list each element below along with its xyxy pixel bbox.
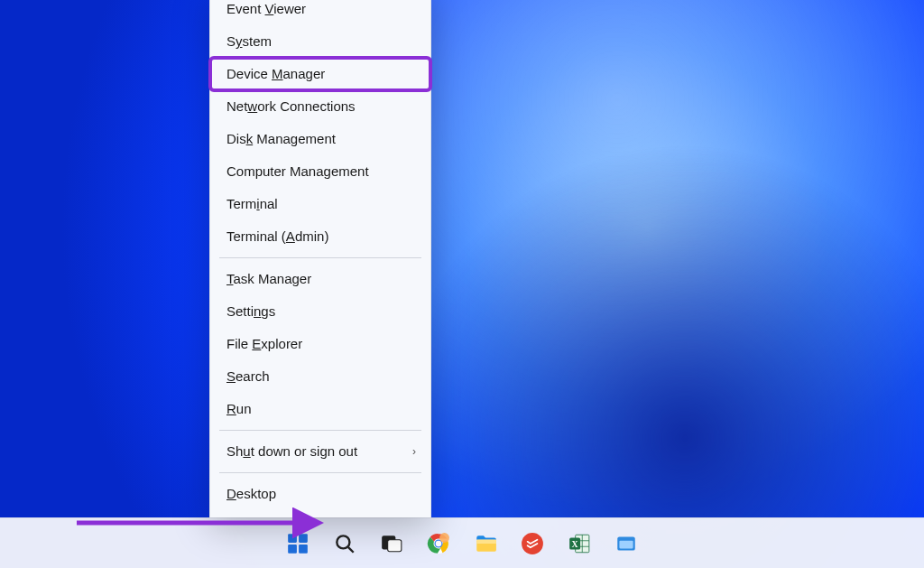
menu-item-label: Settings bbox=[226, 303, 275, 320]
winx-context-menu: Event ViewerSystemDevice ManagerNetwork … bbox=[209, 0, 431, 517]
todoist-icon[interactable] bbox=[519, 530, 546, 557]
menu-item-label: Search bbox=[226, 368, 270, 385]
svg-rect-22 bbox=[619, 540, 633, 548]
menu-item-label: Shut down or sign out bbox=[226, 443, 357, 460]
excel-icon[interactable]: X bbox=[566, 530, 593, 557]
menu-item-label: Desktop bbox=[226, 486, 276, 502]
menu-item-computer-management[interactable]: Computer Management bbox=[210, 155, 430, 188]
menu-item-label: Computer Management bbox=[226, 163, 369, 180]
menu-item-label: Event Viewer bbox=[226, 1, 306, 17]
svg-point-10 bbox=[436, 540, 442, 546]
menu-item-device-manager[interactable]: Device Manager bbox=[210, 58, 430, 90]
desktop-wallpaper bbox=[0, 0, 924, 568]
menu-item-event-viewer[interactable]: Event Viewer bbox=[210, 0, 430, 25]
menu-item-label: Device Manager bbox=[226, 66, 325, 82]
menu-item-label: Terminal bbox=[226, 196, 278, 212]
menu-item-label: Run bbox=[226, 401, 252, 417]
menu-separator bbox=[219, 430, 421, 431]
chevron-right-icon: › bbox=[412, 445, 416, 458]
menu-item-system[interactable]: System bbox=[210, 25, 430, 58]
menu-separator bbox=[219, 472, 421, 473]
menu-item-desktop[interactable]: Desktop bbox=[210, 478, 430, 510]
svg-line-5 bbox=[348, 546, 354, 552]
menu-item-terminal-admin[interactable]: Terminal (Admin) bbox=[210, 220, 430, 253]
menu-item-search[interactable]: Search bbox=[210, 360, 430, 393]
menu-item-network-connections[interactable]: Network Connections bbox=[210, 90, 430, 123]
svg-rect-2 bbox=[288, 545, 297, 554]
menu-item-label: File Explorer bbox=[226, 336, 302, 352]
menu-item-disk-management[interactable]: Disk Management bbox=[210, 123, 430, 155]
menu-item-settings[interactable]: Settings bbox=[210, 295, 430, 328]
menu-item-run[interactable]: Run bbox=[210, 393, 430, 425]
svg-point-14 bbox=[522, 533, 543, 554]
menu-item-label: System bbox=[226, 33, 272, 50]
menu-item-task-manager[interactable]: Task Manager bbox=[210, 263, 430, 295]
app-icon[interactable] bbox=[613, 530, 640, 557]
svg-text:X: X bbox=[572, 538, 578, 548]
start-icon[interactable] bbox=[284, 530, 311, 557]
taskbar: X bbox=[0, 517, 924, 568]
svg-rect-3 bbox=[299, 545, 308, 554]
svg-rect-13 bbox=[476, 539, 496, 543]
search-icon[interactable] bbox=[331, 530, 358, 557]
menu-item-shut-down-or-sign-out[interactable]: Shut down or sign out› bbox=[210, 435, 430, 468]
menu-item-terminal[interactable]: Terminal bbox=[210, 188, 430, 220]
chrome-icon[interactable] bbox=[425, 530, 452, 557]
task-view-icon[interactable] bbox=[378, 530, 405, 557]
file-explorer-icon[interactable] bbox=[472, 530, 499, 557]
menu-item-label: Terminal (Admin) bbox=[226, 228, 328, 245]
svg-rect-1 bbox=[299, 534, 308, 543]
menu-item-file-explorer[interactable]: File Explorer bbox=[210, 328, 430, 360]
svg-point-4 bbox=[337, 535, 349, 548]
menu-item-label: Disk Management bbox=[226, 131, 336, 147]
svg-rect-0 bbox=[288, 534, 297, 543]
menu-separator bbox=[219, 257, 421, 258]
menu-item-label: Task Manager bbox=[226, 271, 311, 287]
menu-item-label: Network Connections bbox=[226, 98, 356, 115]
svg-point-11 bbox=[439, 533, 449, 543]
svg-rect-7 bbox=[388, 539, 402, 551]
